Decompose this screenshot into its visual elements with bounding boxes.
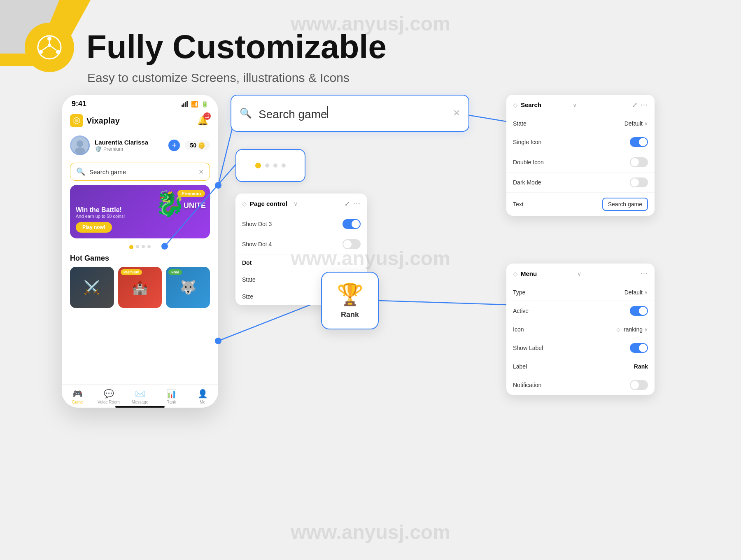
message-nav-icon: ✉️ xyxy=(135,389,145,399)
game-nav-icon: 🎮 xyxy=(72,389,83,399)
show-dot3-toggle[interactable] xyxy=(343,219,361,229)
menu-show-label-row: Show Label xyxy=(506,338,655,358)
svg-line-14 xyxy=(218,301,321,341)
coin-count: 50 🪙 xyxy=(185,140,210,150)
menu-icon-value: ranking xyxy=(624,326,643,333)
show-dot4-row: Show Dot 4 xyxy=(235,234,367,254)
dot-3[interactable] xyxy=(142,245,145,248)
dark-mode-toggle[interactable] xyxy=(630,177,648,187)
app-name: Vixaplay xyxy=(86,116,120,126)
state-dropdown[interactable]: Default ∨ xyxy=(624,120,648,127)
single-icon-row: Single Icon xyxy=(506,132,655,152)
app-header: Vixaplay 🔔 12 xyxy=(62,112,218,132)
notification-button[interactable]: 🔔 12 xyxy=(195,113,210,128)
nav-me[interactable]: 👤 Me xyxy=(187,389,218,404)
nav-message[interactable]: ✉️ Message xyxy=(124,389,156,404)
menu-active-row: Active xyxy=(506,301,655,321)
menu-notification-toggle[interactable] xyxy=(630,380,648,390)
menu-panel-chevron: ∨ xyxy=(577,271,581,277)
menu-panel-header: ◇ Menu ∨ ··· xyxy=(506,264,655,284)
game-card-1[interactable]: ⚔️ xyxy=(70,267,114,308)
menu-show-label-toggle[interactable] xyxy=(630,343,648,353)
wifi-icon: 📶 xyxy=(191,101,198,107)
menu-icon-dropdown[interactable]: ◇ ranking ∨ xyxy=(616,326,648,333)
user-row: Laurentia Clarissa 🛡️ Premium + 50 🪙 xyxy=(62,132,218,159)
nav-game[interactable]: 🎮 Game xyxy=(62,389,93,404)
phone-search-bar[interactable]: 🔍 Search game ✕ xyxy=(70,163,210,181)
game-badge-free: Free xyxy=(168,269,182,275)
menu-icon-diamond: ◇ xyxy=(616,327,620,333)
menu-type-row: Type Default ∨ xyxy=(506,284,655,301)
dark-mode-row: Dark Mode xyxy=(506,173,655,193)
search-panel-diamond-icon: ◇ xyxy=(513,102,517,108)
search-big-text: Search game xyxy=(259,106,446,121)
search-panel-chevron: ∨ xyxy=(573,102,577,108)
menu-panel-more-icon[interactable]: ··· xyxy=(641,269,648,278)
page-control-title: Page control xyxy=(250,200,290,207)
state-row: State Default ∨ xyxy=(506,115,655,132)
preview-dot-active xyxy=(255,163,261,168)
menu-type-label: Type xyxy=(513,289,624,296)
page-subtitle: Easy to customize Screens, illustrations… xyxy=(87,71,350,85)
menu-label-label: Label xyxy=(513,363,634,370)
dark-mode-label: Dark Mode xyxy=(513,179,630,186)
menu-type-value: Default xyxy=(624,289,643,296)
panel-chevron-icon: ∨ xyxy=(294,201,298,207)
watermark-bot: www.anyusj.com xyxy=(0,521,741,544)
single-icon-toggle[interactable] xyxy=(630,137,648,147)
premium-label: Premium xyxy=(103,146,123,152)
svg-line-15 xyxy=(379,301,506,305)
text-row: Text Search game xyxy=(506,193,655,216)
panel-link-icon[interactable]: ⤢ xyxy=(345,200,350,208)
search-panel-more-icon[interactable]: ··· xyxy=(641,100,648,109)
text-field-input[interactable]: Search game xyxy=(602,198,648,211)
menu-type-dropdown[interactable]: Default ∨ xyxy=(624,289,648,296)
nav-rank[interactable]: 📊 Rank xyxy=(156,389,187,404)
menu-label-row: Label Rank xyxy=(506,358,655,375)
clear-icon[interactable]: ✕ xyxy=(198,168,204,176)
menu-panel-diamond-icon: ◇ xyxy=(513,271,517,277)
svg-point-2 xyxy=(56,50,60,54)
game-visual: 🐉 xyxy=(154,189,185,218)
dot-4[interactable] xyxy=(147,245,151,248)
preview-dot-3 xyxy=(273,163,277,168)
game-card-3[interactable]: Free 🐺 xyxy=(166,267,210,308)
svg-point-10 xyxy=(75,147,85,154)
dot-1[interactable] xyxy=(129,245,133,249)
preview-dot-2 xyxy=(265,163,269,168)
user-info: Laurentia Clarissa 🛡️ Premium xyxy=(95,139,163,152)
state-label: State xyxy=(513,120,624,127)
search-text: Search game xyxy=(89,168,194,175)
text-field-label: Text xyxy=(513,201,602,208)
vixaplay-logo: Vixaplay xyxy=(70,114,120,127)
menu-panel-title: Menu xyxy=(521,270,574,277)
dot-2[interactable] xyxy=(136,245,139,248)
logo-icon xyxy=(35,33,64,62)
search-component-large[interactable]: 🔍 Search game ✕ xyxy=(231,95,469,132)
panel-more-icon[interactable]: ··· xyxy=(353,199,361,208)
menu-active-toggle[interactable] xyxy=(630,306,648,316)
menu-notification-row: Notification xyxy=(506,375,655,395)
single-icon-label: Single Icon xyxy=(513,139,630,145)
search-text-value: Search game xyxy=(259,108,327,121)
double-icon-toggle[interactable] xyxy=(630,157,648,167)
show-dot4-toggle[interactable] xyxy=(343,239,361,249)
nav-voiceroom[interactable]: 💬 Voice Room xyxy=(93,389,124,404)
panel-diamond-icon: ◇ xyxy=(242,201,247,207)
dot-section-label: Dot xyxy=(242,259,361,266)
search-panel-link-icon[interactable]: ⤢ xyxy=(632,101,637,109)
double-icon-row: Double Icon xyxy=(506,152,655,173)
add-coins-button[interactable]: + xyxy=(168,140,180,151)
page-dots xyxy=(62,242,218,252)
svg-point-9 xyxy=(77,140,83,147)
banner-cta-button[interactable]: Play now! xyxy=(76,222,112,233)
search-clear-button[interactable]: ✕ xyxy=(453,108,460,119)
home-indicator xyxy=(115,406,165,408)
search-big-icon: 🔍 xyxy=(240,107,252,119)
dot-section-row: Dot xyxy=(235,254,367,271)
menu-icon-row: Icon ◇ ranking ∨ xyxy=(506,321,655,338)
rank-label: Rank xyxy=(341,310,359,319)
promo-banner[interactable]: Premium Win the Battle! And earn up to 5… xyxy=(70,185,210,238)
game-card-2[interactable]: Premium 🏰 xyxy=(118,267,162,308)
nav-voiceroom-label: Voice Room xyxy=(98,400,120,404)
